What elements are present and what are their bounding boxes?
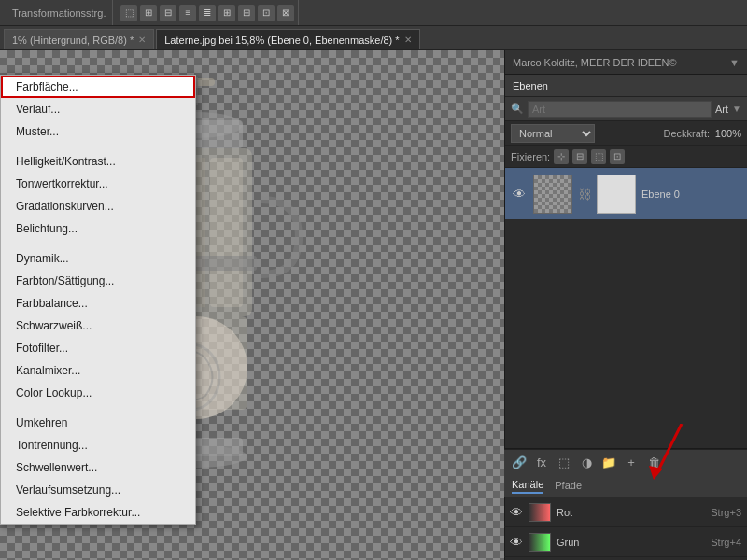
dropdown-item-farbflaeche[interactable]: Farbfläche... bbox=[1, 76, 195, 98]
channel-shortcut-rot: Strg+3 bbox=[711, 507, 741, 518]
tab-2[interactable]: Laterne.jpg bei 15,8% (Ebene 0, Ebenenma… bbox=[156, 29, 419, 49]
toolbar-transform-label: Transformationsstrg. bbox=[9, 7, 108, 19]
toolbar-icon-8[interactable]: ⊡ bbox=[258, 5, 275, 21]
toolbar-icon-2[interactable]: ⊞ bbox=[140, 5, 157, 21]
main-area: Marco Kolditz, MEER DER IDEEN© ▼ Ebenen … bbox=[0, 50, 747, 560]
dropdown-item-gradation[interactable]: Gradationskurven... bbox=[1, 195, 195, 217]
type-select-label[interactable]: Art bbox=[715, 104, 728, 115]
bottom-tabs: Kanäle Pfade bbox=[504, 475, 747, 497]
channel-gruen[interactable]: 👁 Grün Strg+4 bbox=[504, 527, 747, 557]
red-arrow-indicator bbox=[649, 424, 696, 480]
mask-icon[interactable]: ⬚ bbox=[555, 454, 573, 472]
channel-name-gruen: Grün bbox=[557, 537, 705, 548]
fix-icon-transparent[interactable]: ⬚ bbox=[591, 149, 606, 164]
layer-visibility-icon[interactable]: 👁 bbox=[511, 186, 528, 203]
toolbar-icon-3[interactable]: ⊟ bbox=[160, 5, 176, 21]
opacity-label: Deckkraft: bbox=[663, 128, 710, 139]
channel-eye-gruen[interactable]: 👁 bbox=[510, 535, 523, 550]
dropdown-item-colorlookup[interactable]: Color Lookup... bbox=[1, 382, 195, 404]
fix-icon-artboard[interactable]: ⊟ bbox=[572, 149, 587, 164]
dropdown-item-tonwert[interactable]: Tonwertkorrektur... bbox=[1, 173, 195, 195]
dropdown-item-farbton[interactable]: Farbton/Sättigung... bbox=[1, 270, 195, 292]
type-dropdown-icon[interactable]: ▼ bbox=[732, 104, 741, 114]
search-icon: 🔍 bbox=[511, 103, 524, 115]
user-bar-dropdown-icon[interactable]: ▼ bbox=[729, 57, 740, 68]
tab-pfade[interactable]: Pfade bbox=[555, 480, 582, 493]
fix-icon-position[interactable]: ⊹ bbox=[554, 149, 569, 164]
toolbar-icon-1[interactable]: ⬚ bbox=[120, 5, 137, 21]
layers-bottom-toolbar: 🔗 fx ⬚ ◑ 📁 + 🗑 bbox=[504, 449, 747, 475]
layer-item[interactable]: 👁 ⛓ Ebene 0 bbox=[505, 168, 747, 220]
blend-mode-select[interactable]: Normal bbox=[511, 124, 595, 143]
channels-content: 👁 Rot Strg+3 👁 Grün Strg+4 bbox=[504, 497, 747, 557]
panel-tab-layers[interactable]: Ebenen bbox=[513, 80, 548, 91]
blend-row: Normal Deckkraft: 100% bbox=[505, 121, 747, 146]
channel-thumb-rot bbox=[529, 503, 551, 522]
dropdown-item-kanalmixer[interactable]: Kanalmixer... bbox=[1, 359, 195, 382]
layer-thumbnail bbox=[533, 175, 572, 214]
bottom-panel: 🔗 fx ⬚ ◑ 📁 + 🗑 Kanäle Pfade 👁 bbox=[504, 448, 747, 560]
dropdown-item-belichtung[interactable]: Belichtung... bbox=[1, 217, 195, 240]
channel-rot[interactable]: 👁 Rot Strg+3 bbox=[504, 497, 747, 527]
dropdown-divider-1 bbox=[1, 143, 195, 150]
new-layer-icon[interactable]: + bbox=[622, 454, 641, 472]
dropdown-item-muster[interactable]: Muster... bbox=[1, 120, 195, 143]
tab-2-label: Laterne.jpg bei 15,8% (Ebene 0, Ebenenma… bbox=[164, 35, 399, 46]
layer-name-label: Ebene 0 bbox=[641, 189, 741, 200]
channel-eye-rot[interactable]: 👁 bbox=[510, 505, 523, 520]
right-panel: Marco Kolditz, MEER DER IDEEN© ▼ Ebenen … bbox=[504, 50, 747, 560]
opacity-value: 100% bbox=[713, 128, 741, 139]
dropdown-item-farbbalance[interactable]: Farbbalance... bbox=[1, 292, 195, 315]
dropdown-item-schwellenwert[interactable]: Schwellenwert... bbox=[1, 456, 195, 479]
adjustment-icon[interactable]: ◑ bbox=[577, 454, 596, 472]
toolbar-icon-9[interactable]: ⊠ bbox=[277, 5, 294, 21]
search-row: 🔍 Art ▼ bbox=[505, 97, 747, 121]
user-bar: Marco Kolditz, MEER DER IDEEN© ▼ bbox=[505, 50, 747, 75]
layer-thumbnail-bg bbox=[534, 175, 571, 213]
search-input[interactable] bbox=[528, 101, 712, 118]
svg-line-14 bbox=[658, 424, 682, 470]
toolbar-icon-7[interactable]: ⊟ bbox=[238, 5, 255, 21]
toolbar-icon-6[interactable]: ⊞ bbox=[218, 5, 235, 21]
fix-row: Fixieren: ⊹ ⊟ ⬚ ⊡ bbox=[505, 146, 747, 168]
dropdown-menu: Farbfläche... Verlauf... Muster... Helli… bbox=[0, 75, 196, 525]
dropdown-divider-3 bbox=[1, 404, 195, 412]
tab-kanaele[interactable]: Kanäle bbox=[512, 479, 543, 494]
link-icon[interactable]: 🔗 bbox=[510, 454, 529, 472]
layer-chain-icon[interactable]: ⛓ bbox=[578, 187, 591, 202]
username-label: Marco Kolditz, MEER DER IDEEN© bbox=[513, 57, 677, 68]
fix-icon-all[interactable]: ⊡ bbox=[610, 149, 625, 164]
tab-2-close[interactable]: ✕ bbox=[404, 35, 412, 45]
toolbar-section-transform: Transformationsstrg. bbox=[6, 0, 113, 25]
dropdown-item-tontrennung[interactable]: Tontrennung... bbox=[1, 434, 195, 456]
dropdown-item-helligkeit[interactable]: Helligkeit/Kontrast... bbox=[1, 150, 195, 173]
tab-1-close[interactable]: ✕ bbox=[138, 35, 146, 45]
toolbar-icon-4[interactable]: ≡ bbox=[179, 5, 196, 21]
panel-tabs-row: Ebenen bbox=[505, 75, 747, 97]
tab-bar: 1% (Hintergrund, RGB/8) * ✕ Laterne.jpg … bbox=[0, 26, 747, 50]
channel-thumb-gruen bbox=[529, 533, 551, 552]
toolbar-icon-5[interactable]: ≣ bbox=[199, 5, 216, 21]
dropdown-divider-2 bbox=[1, 240, 195, 247]
toolbar-section-icons: ⬚ ⊞ ⊟ ≡ ≣ ⊞ ⊟ ⊡ ⊠ bbox=[117, 0, 299, 25]
dropdown-item-verlaufsumsetzung[interactable]: Verlaufsumsetzung... bbox=[1, 479, 195, 501]
dropdown-item-schwarzweiss[interactable]: Schwarzweiß... bbox=[1, 315, 195, 337]
fix-label: Fixieren: bbox=[511, 151, 550, 162]
fx-icon[interactable]: fx bbox=[532, 454, 551, 472]
channel-name-rot: Rot bbox=[557, 507, 705, 518]
channel-shortcut-gruen: Strg+4 bbox=[711, 537, 741, 548]
svg-rect-7 bbox=[210, 158, 243, 307]
layer-mask-thumbnail bbox=[597, 175, 636, 214]
dropdown-item-fotofilter[interactable]: Fotofilter... bbox=[1, 337, 195, 359]
folder-icon[interactable]: 📁 bbox=[599, 454, 618, 472]
tab-1-label: 1% (Hintergrund, RGB/8) * bbox=[12, 35, 134, 46]
top-toolbar: Transformationsstrg. ⬚ ⊞ ⊟ ≡ ≣ ⊞ ⊟ ⊡ ⊠ bbox=[0, 0, 747, 26]
dropdown-item-verlauf[interactable]: Verlauf... bbox=[1, 98, 195, 120]
dropdown-item-dynamik[interactable]: Dynamik... bbox=[1, 247, 195, 270]
dropdown-item-selektive[interactable]: Selektive Farbkorrektur... bbox=[1, 501, 195, 524]
dropdown-item-umkehren[interactable]: Umkehren bbox=[1, 412, 195, 434]
tab-1[interactable]: 1% (Hintergrund, RGB/8) * ✕ bbox=[4, 29, 154, 49]
